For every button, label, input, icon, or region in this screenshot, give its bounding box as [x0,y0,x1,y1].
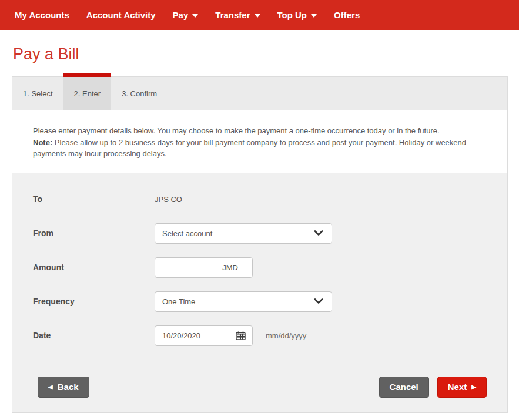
next-button-label: Next [448,382,467,392]
chevron-down-icon [314,298,323,304]
instruction-line: Please enter payment details below. You … [33,125,490,137]
nav-item-transfer[interactable]: Transfer [215,10,260,20]
top-navbar: My Accounts Account Activity Pay Transfe… [0,0,519,30]
payment-instructions: Please enter payment details below. You … [12,110,507,173]
form-row-from: From Select account [33,223,507,244]
nav-label: Pay [173,10,189,20]
currency-suffix: JMD [222,263,238,272]
nav-item-pay[interactable]: Pay [173,10,199,20]
back-button-label: Back [58,382,79,392]
form-row-to: To JPS CO [33,189,507,210]
frequency-select[interactable]: One Time [155,291,332,312]
cancel-button-label: Cancel [390,382,418,392]
nav-item-offers[interactable]: Offers [334,10,360,20]
from-label: From [33,229,155,238]
nav-item-account-activity[interactable]: Account Activity [86,10,156,20]
cancel-button[interactable]: Cancel [379,377,429,398]
instruction-note: Note: Please allow up to 2 business days… [33,137,490,160]
frequency-selected-value: One Time [162,297,195,306]
tab-confirm[interactable]: 3. Confirm [111,77,168,110]
button-row: ◀ Back Cancel Next ▶ [12,377,507,412]
frequency-label: Frequency [33,297,155,306]
note-text: Please allow up to 2 business days for y… [33,138,466,159]
note-label: Note: [33,138,52,147]
chevron-down-icon [314,230,323,236]
next-button[interactable]: Next ▶ [437,377,487,398]
chevron-down-icon [255,14,260,18]
step-tabs: 1. Select 2. Enter 3. Confirm [12,77,507,110]
nav-label: Offers [334,10,360,20]
amount-input[interactable]: JMD [155,257,253,278]
nav-label: My Accounts [15,10,69,20]
pay-bill-panel: 1. Select 2. Enter 3. Confirm Please ent… [12,76,508,413]
date-label: Date [33,331,155,340]
page-title: Pay a Bill [13,45,519,63]
form-row-frequency: Frequency One Time [33,291,507,312]
nav-label: Account Activity [86,10,156,20]
from-account-select[interactable]: Select account [155,223,332,244]
arrow-right-icon: ▶ [471,384,476,390]
chevron-down-icon [192,14,198,18]
tab-label: 2. Enter [74,89,101,98]
tab-label: 3. Confirm [122,89,157,98]
to-label: To [33,194,155,204]
nav-label: Transfer [215,10,250,20]
amount-label: Amount [33,263,155,272]
calendar-icon[interactable] [236,331,246,340]
back-button[interactable]: ◀ Back [38,377,89,398]
nav-item-top-up[interactable]: Top Up [277,10,317,20]
tab-enter[interactable]: 2. Enter [63,77,112,110]
right-buttons: Cancel Next ▶ [379,377,487,398]
from-account-selected-value: Select account [162,229,212,238]
tab-select[interactable]: 1. Select [12,77,63,110]
payee-name: JPS CO [155,195,182,204]
date-value: 10/20/2020 [162,331,200,340]
date-input[interactable]: 10/20/2020 [155,325,253,346]
form-row-amount: Amount JMD [33,257,507,278]
chevron-down-icon [311,14,317,18]
payment-form: To JPS CO From Select account Amount JMD… [12,173,507,412]
date-format-hint: mm/dd/yyyy [266,331,306,340]
nav-label: Top Up [277,10,307,20]
tab-label: 1. Select [23,89,53,98]
arrow-left-icon: ◀ [48,384,53,390]
form-row-date: Date 10/20/2020 mm/dd/yyyy [33,325,507,346]
nav-item-my-accounts[interactable]: My Accounts [15,10,69,20]
